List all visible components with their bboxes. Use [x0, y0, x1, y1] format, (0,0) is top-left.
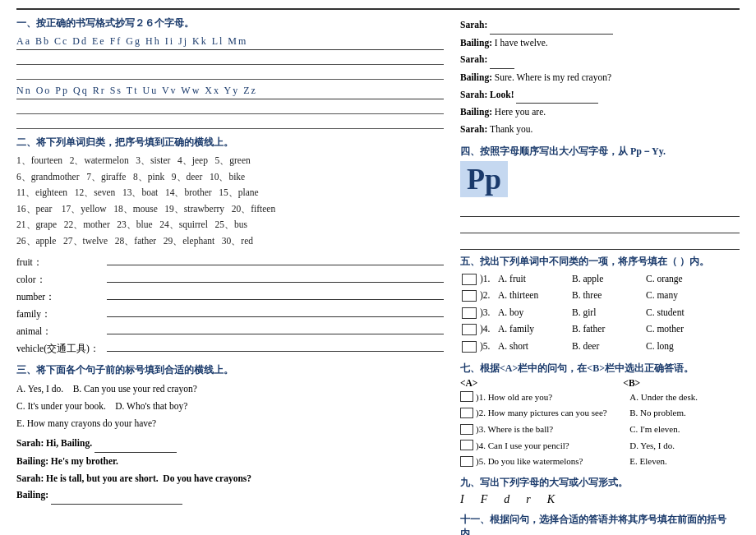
section1-title: 一、按正确的书写格式抄写２６个字母。: [16, 16, 444, 30]
odd-row-2: )2. A. thirteen B. three C. many: [460, 288, 740, 304]
odd-list: )1. A. fruit B. apple C. orange )2. A. t…: [460, 271, 740, 355]
section7: 七、根据<A>栏中的问句，在<B>栏中选出正确答语。 <A> <B> )1. H…: [460, 362, 740, 469]
big-letter: Pp: [460, 161, 508, 197]
section5: 五、找出下列单词中不同类的一项，将序号填在（ ）内。 )1. A. fruit …: [460, 255, 740, 355]
letter-I: I: [460, 493, 464, 506]
alphabet-line2: Nn Oo Pp Qq Rr Ss Tt Uu Vv Ww Xx Yy Zz: [16, 83, 444, 99]
alphabet-line1: Aa Bb Cc Dd Ee Ff Gg Hh Ii Jj Kk Ll Mm: [16, 34, 444, 50]
section3-title: 三、将下面各个句子前的标号填到合适的横线上。: [16, 363, 444, 377]
odd-row-4: )4. A. family B. father C. mother: [460, 321, 740, 338]
section5-title: 五、找出下列单词中不同类的一项，将序号填在（ ）内。: [460, 255, 740, 269]
section9-title: 九、写出下列字母的大写或小写形式。: [460, 476, 740, 490]
category-animal: animal：: [16, 321, 444, 338]
match-row-1: )1. How old are you? A. Under the desk.: [460, 390, 740, 405]
section7-title: 七、根据<A>栏中的问句，在<B>栏中选出正确答语。: [460, 362, 740, 376]
letter-K: K: [547, 493, 555, 506]
section3-sentences: A. Yes, I do. B. Can you use your red cr…: [16, 380, 444, 431]
category-fruit: fruit：: [16, 252, 444, 269]
match-table: <A> <B> )1. How old are you? A. Under th…: [460, 378, 740, 469]
letter-d: d: [504, 493, 509, 506]
section11: 十一、根据问句，选择合适的答语并将其序号填在前面的括号内。: [460, 513, 740, 535]
section2: 二、将下列单词归类，把序号填到正确的横线上。 1、fourteen 2、wate…: [16, 136, 444, 355]
section4: 四、按照字母顺序写出大小写字母，从 Pp－Yy. Pp: [460, 145, 740, 250]
category-family: family：: [16, 304, 444, 321]
section1: 一、按正确的书写格式抄写２６个字母。 Aa Bb Cc Dd Ee Ff Gg …: [16, 16, 444, 129]
section3-dialogue: Sarah: Hi, Bailing. Bailing: He's my bro…: [16, 435, 444, 505]
letter-F: F: [481, 493, 488, 506]
match-row-2: )2. How many pictures can you see? B. No…: [460, 405, 740, 421]
odd-row-3: )3. A. boy B. girl C. student: [460, 305, 740, 321]
category-number: number：: [16, 287, 444, 303]
letter-forms-list: I F d r K: [460, 493, 740, 506]
odd-row-5: )5. A. short B. deer C. long: [460, 339, 740, 355]
letter-r: r: [526, 493, 530, 506]
odd-row-1: )1. A. fruit B. apple C. orange: [460, 271, 740, 288]
section9: 九、写出下列字母的大写或小写形式。 I F d r K: [460, 476, 740, 506]
match-row-3: )3. Where is the ball? C. I'm eleven.: [460, 422, 740, 437]
category-color: color：: [16, 270, 444, 286]
section4-title: 四、按照字母顺序写出大小写字母，从 Pp－Yy.: [460, 145, 740, 159]
category-vehicle: vehicle(交通工具)：: [16, 339, 444, 355]
match-row-4: )4. Can I use your pencil? D. Yes, I do.: [460, 438, 740, 454]
section11-title: 十一、根据问句，选择合适的答语并将其序号填在前面的括号内。: [460, 513, 740, 535]
right-top-dialogue: Sarah: Bailing: I have twelve. Sarah: Ba…: [460, 16, 740, 138]
section2-title: 二、将下列单词归类，把序号填到正确的横线上。: [16, 136, 444, 150]
section3: 三、将下面各个句子前的标号填到合适的横线上。 A. Yes, I do. B. …: [16, 363, 444, 505]
match-row-5: )5. Do you like watermelons? E. Eleven.: [460, 454, 740, 469]
word-list: 1、fourteen 2、watermelon 3、sister 4、jeep …: [16, 153, 444, 249]
